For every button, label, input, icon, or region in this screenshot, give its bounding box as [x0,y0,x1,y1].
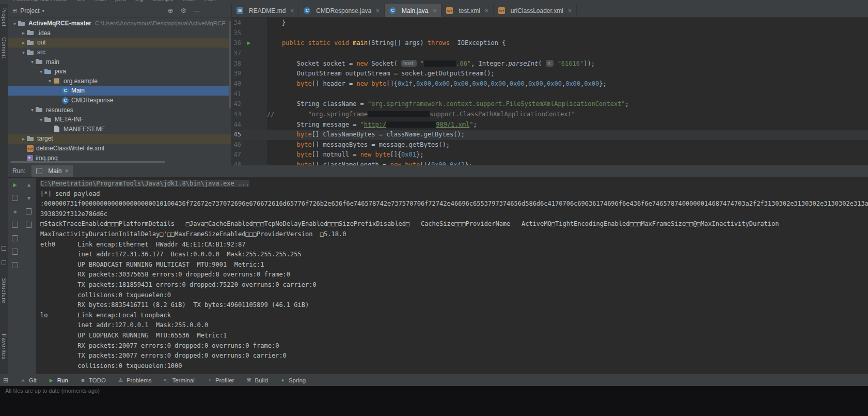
code-token: 0x00 [491,80,506,87]
chevron-down-icon[interactable]: ▾ [11,21,18,26]
statusbar-item-build[interactable]: ⚒Build [245,377,268,383]
chevron-down-icon[interactable]: ▾ [42,8,45,13]
editor-tab-urlclassloader-xml[interactable]: </>urlClassLoader.xml× [494,4,577,17]
wrench-icon[interactable] [8,191,22,205]
editor-tab-test-xml[interactable]: </>test.xml× [441,4,493,17]
code-token: 0x00 [431,161,446,165]
breadcrumb-item-main[interactable]: main [94,0,106,2]
tree-item-org-example[interactable]: ▾org.example [8,76,231,86]
stripe-tool-icon[interactable] [2,246,6,251]
statusbar-item-git[interactable]: YGit [20,377,37,383]
tree-item-activemqrce-master[interactable]: ▾ActiveMqRCE-masterC:\Users\Anonymous\De… [8,19,231,28]
chevron-down-icon[interactable]: ▾ [38,69,44,74]
editor-tab-label: README.md [249,7,286,14]
code-line: Socket socket = new Socket( host: ".66",… [267,59,868,69]
chevron-down-icon[interactable]: ▾ [38,117,44,122]
tree-item-main[interactable]: CMain [8,86,231,96]
tree-horizontal-scrollbar[interactable] [10,161,165,163]
statusbar-item-problems[interactable]: ⚠Problems [117,377,152,383]
breadcrumb[interactable]: ActiveMqRCE-master›src›main›java›org›exa… [13,0,216,2]
code-token: .66" [456,60,471,67]
code-token: ; [625,100,629,107]
rerun-icon[interactable]: ▶ [8,178,22,191]
breadcrumb-item-java[interactable]: java [115,0,125,2]
history-icon[interactable] [8,245,22,258]
code-editor[interactable]: 343536▶373839404142434445464748 } public… [231,18,868,165]
tree-item-manifest-mf[interactable]: MANIFEST.MF [8,125,231,134]
close-icon[interactable]: × [568,7,572,14]
snapshot-icon[interactable] [8,218,22,232]
chevron-down-icon[interactable]: ▾ [29,107,36,113]
close-icon[interactable]: × [485,7,488,14]
settings-icon[interactable]: ⚙ [180,7,186,14]
clear-icon[interactable] [8,258,22,272]
statusbar-item-spring[interactable]: ●Spring [279,377,306,383]
run-console[interactable]: C:\Penetration\ProgramTools\Java\jdk1.8\… [36,178,868,374]
chevron-down-icon[interactable]: ▾ [46,78,53,84]
soft-wrap-icon[interactable] [22,205,36,218]
locate-icon[interactable]: ⊕ [167,7,173,14]
tool-window-stripe-left: ProjectCommitStructureFavorites [0,4,8,386]
stop-icon[interactable]: ■ [8,205,22,218]
folder-icon [27,49,35,56]
tree-item-defineclasswritefile-xml[interactable]: </>defineClassWriteFile.xml [8,144,231,153]
code-token: byte [267,131,312,138]
stripe-tool-icon[interactable] [2,260,6,265]
statusbar-item-terminal[interactable]: >_Terminal [163,377,194,383]
redacted-region [386,121,436,128]
tool-window-switcher-icon[interactable]: ⊞ [3,377,8,384]
chevron-right-icon[interactable]: ▸ [20,30,27,36]
close-icon[interactable]: × [433,7,436,14]
tree-item-resources[interactable]: ▾resources [8,105,231,115]
close-icon[interactable]: × [290,7,294,14]
class-icon: C [304,7,310,14]
tree-item-idea[interactable]: ▸.idea [8,28,231,38]
folder-icon [44,116,52,123]
editor-tab-main-java[interactable]: CMain.java× [385,4,441,17]
chevron-right-icon[interactable]: ▸ [20,136,27,142]
breadcrumb-item-example[interactable]: example [152,0,174,2]
down-icon[interactable]: ▼ [22,191,36,205]
breadcrumb-item-main[interactable]: main [204,0,216,2]
console-line: RX packets:30375658 errors:0 dropped:8 o… [40,270,868,280]
breadcrumb-item-main[interactable]: Main [183,0,195,2]
stripe-button-favorites[interactable]: Favorites [1,334,7,360]
project-panel-title[interactable]: Project [20,7,39,14]
editor-tab-readme-md[interactable]: MREADME.md× [232,4,299,17]
code-line: String message = "http:/989/1.xml"; [267,120,868,130]
console-line: MaxInactivityDurationInitalDelay□'□□MaxF… [40,229,868,240]
run-gutter-icon[interactable]: ▶ [246,38,252,49]
tree-vertical-scrollbar[interactable] [229,21,231,109]
close-icon[interactable]: × [376,7,380,14]
tree-item-cmdresponse[interactable]: CCMDResponse [8,96,231,105]
tree-item-java[interactable]: ▾java [8,67,231,76]
tree-item-meta-inf[interactable]: ▾META-INF [8,115,231,125]
breadcrumb-item-org[interactable]: org [135,0,143,2]
chevron-right-icon[interactable]: ▸ [20,40,27,45]
file-icon [53,126,61,132]
editor-tab-cmdresponse-java[interactable]: CCMDResponse.java× [299,4,385,17]
stripe-button-commit[interactable]: Commit [1,37,7,58]
statusbar-item-run[interactable]: ▶Run [48,377,68,383]
statusbar-item-todo[interactable]: ≡TODO [80,377,106,383]
hide-icon[interactable]: — [194,7,200,14]
code-token: []{ [420,161,431,165]
run-tab-main[interactable]: ›_ Main × [31,165,73,177]
code-token: }; [465,161,472,165]
stripe-button-project[interactable]: Project [1,7,7,27]
tree-item-target[interactable]: ▸target [8,134,231,144]
code-token: " [417,60,424,67]
breadcrumb-item-activemqrce-master[interactable]: ActiveMqRCE-master [13,0,68,2]
tree-item-out[interactable]: ▸out [8,38,231,48]
chevron-down-icon[interactable]: ▾ [29,59,36,65]
stripe-button-structure[interactable]: Structure [1,278,7,303]
scroll-end-icon[interactable] [22,218,36,232]
tree-item-main[interactable]: ▾main [8,57,231,67]
tree-item-src[interactable]: ▾src [8,48,231,57]
settings-icon[interactable] [8,232,22,245]
close-icon[interactable]: × [65,167,68,175]
chevron-down-icon[interactable]: ▾ [20,50,27,55]
statusbar-item-profiler[interactable]: ◔Profiler [206,377,234,383]
up-icon[interactable]: ▲ [22,178,36,191]
breadcrumb-item-src[interactable]: src [77,0,85,2]
